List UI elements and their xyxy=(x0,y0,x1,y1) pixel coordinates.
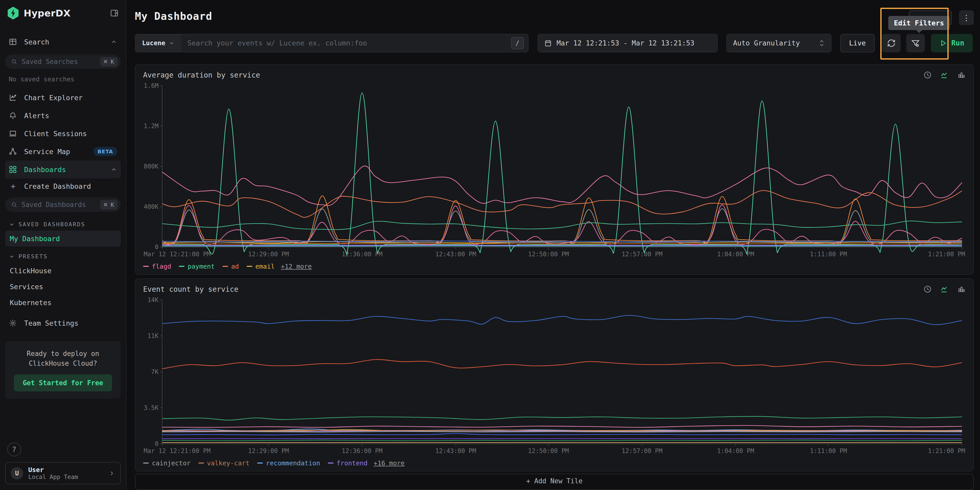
svg-text:800K: 800K xyxy=(144,163,159,170)
search-icon xyxy=(11,201,18,208)
sidebar-item-search[interactable]: Search xyxy=(5,33,121,51)
legend-more-link[interactable]: +16 more xyxy=(374,460,404,467)
legend-item[interactable]: frontend xyxy=(328,460,368,467)
event-search-bar: Lucene Search your events w/ Lucene ex. … xyxy=(135,34,528,52)
svg-text:11K: 11K xyxy=(148,332,159,339)
event-search-input[interactable]: Search your events w/ Lucene ex. column:… xyxy=(181,35,511,52)
edit-filters-tooltip: Edit Filters xyxy=(888,16,950,30)
saved-dashboards-placeholder: Saved Dashboards xyxy=(22,201,96,209)
sidebar-item-services[interactable]: Services xyxy=(5,279,121,295)
svg-text:3.5K: 3.5K xyxy=(144,404,159,411)
bar-chart-toggle-icon[interactable] xyxy=(958,285,966,293)
time-format-toggle-icon[interactable] xyxy=(923,285,932,293)
chart-card-event-count: Event count by service 14K11K7K3.5K0Mar … xyxy=(135,278,974,471)
time-format-toggle-icon[interactable] xyxy=(923,71,932,79)
svg-text:12:57:00 PM: 12:57:00 PM xyxy=(622,447,662,455)
panel-collapse-icon xyxy=(110,9,119,17)
svg-text:0: 0 xyxy=(155,243,159,251)
svg-text:1:21:00 PM: 1:21:00 PM xyxy=(928,251,966,258)
laptop-icon xyxy=(9,129,18,138)
gear-icon xyxy=(9,319,18,327)
slash-shortcut-badge: / xyxy=(511,37,524,49)
brand-name: HyperDX xyxy=(24,8,105,19)
create-dashboard-button[interactable]: + Create Dashboard xyxy=(5,179,121,194)
sidebar-item-label: Service Map xyxy=(24,147,70,155)
line-chart-toggle-icon[interactable] xyxy=(940,71,949,79)
add-new-tile-button[interactable]: + Add New Tile xyxy=(135,474,974,490)
dashboard-more-menu-button[interactable]: ⋮ xyxy=(959,10,974,25)
chart-title: Average duration by service xyxy=(143,71,260,79)
no-saved-searches-text: No saved searches xyxy=(5,71,121,89)
sidebar-item-label: Dashboards xyxy=(24,166,66,174)
live-button[interactable]: Live xyxy=(840,34,875,52)
svg-text:400K: 400K xyxy=(144,203,159,210)
chevron-down-icon xyxy=(169,40,175,46)
sidebar-item-label: Create Dashboard xyxy=(24,182,91,190)
table-icon xyxy=(9,38,18,46)
legend-item[interactable]: valkey-cart xyxy=(198,460,250,467)
sidebar-item-kubernetes[interactable]: Kubernetes xyxy=(5,295,121,311)
sidebar-collapse-button[interactable] xyxy=(110,9,119,17)
query-language-select[interactable]: Lucene xyxy=(135,35,181,52)
sidebar-item-team-settings[interactable]: Team Settings xyxy=(5,314,121,332)
calendar-icon xyxy=(544,39,552,47)
search-icon xyxy=(11,58,18,65)
legend-item[interactable]: email xyxy=(247,263,275,270)
section-saved-dashboards[interactable]: SAVED DASHBOARDS xyxy=(5,214,121,231)
legend-swatch xyxy=(143,463,149,463)
bar-chart-toggle-icon[interactable] xyxy=(958,71,966,79)
sidebar-item-client-sessions[interactable]: Client Sessions xyxy=(5,125,121,143)
svg-text:Mar 12 12:21:00 PM: Mar 12 12:21:00 PM xyxy=(144,251,210,258)
legend-item[interactable]: recommendation xyxy=(257,460,320,467)
select-chevrons-icon xyxy=(819,39,825,47)
svg-text:12:50:00 PM: 12:50:00 PM xyxy=(528,251,569,258)
saved-searches-placeholder: Saved Searches xyxy=(22,58,96,65)
sidebar-item-clickhouse[interactable]: ClickHouse xyxy=(5,263,121,279)
chart-legend: flagdpaymentademail+12 more xyxy=(143,258,966,274)
help-button[interactable]: ? xyxy=(7,442,21,456)
sidebar-item-service-map[interactable]: Service Map BETA xyxy=(5,143,121,160)
saved-searches-input[interactable]: Saved Searches ⌘ K xyxy=(5,54,121,69)
get-started-button[interactable]: Get Started for Free xyxy=(14,374,112,392)
svg-text:1:04:00 PM: 1:04:00 PM xyxy=(717,251,754,258)
legend-item[interactable]: ad xyxy=(223,263,239,270)
svg-text:12:36:00 PM: 12:36:00 PM xyxy=(342,447,383,455)
legend-item[interactable]: flagd xyxy=(143,263,171,270)
legend-swatch xyxy=(198,463,204,463)
user-menu[interactable]: U User Local App Team xyxy=(5,462,121,484)
legend-more-link[interactable]: +12 more xyxy=(281,263,312,270)
line-chart-toggle-icon[interactable] xyxy=(940,285,949,293)
chart-title: Event count by service xyxy=(143,285,239,293)
section-presets[interactable]: PRESETS xyxy=(5,247,121,263)
legend-swatch xyxy=(179,266,185,267)
svg-text:12:43:00 PM: 12:43:00 PM xyxy=(435,447,476,455)
legend-swatch xyxy=(143,266,149,267)
line-chart-event-count[interactable]: 14K11K7K3.5K0Mar 12 12:21:00 PM12:29:00 … xyxy=(143,296,966,455)
saved-dashboards-input[interactable]: Saved Dashboards ⌘ K xyxy=(5,198,121,212)
shortcut-badge: ⌘ K xyxy=(100,200,118,209)
beta-badge: BETA xyxy=(94,147,117,156)
line-chart-average-duration[interactable]: 1.6M1.2M800K400K0Mar 12 12:21:00 PM12:29… xyxy=(143,82,966,258)
legend-item[interactable]: cainjector xyxy=(143,460,191,467)
run-button[interactable]: Run xyxy=(931,34,973,52)
svg-text:12:36:00 PM: 12:36:00 PM xyxy=(342,251,383,258)
svg-text:Mar 12 12:21:00 PM: Mar 12 12:21:00 PM xyxy=(144,447,210,455)
hyperdx-logo-icon xyxy=(7,7,19,19)
sidebar-item-label: Client Sessions xyxy=(24,130,87,138)
sidebar-item-chart-explorer[interactable]: Chart Explorer xyxy=(5,89,121,106)
legend-swatch xyxy=(257,463,263,463)
user-name: User xyxy=(28,466,103,474)
edit-filters-button[interactable] xyxy=(906,34,925,52)
time-range-input[interactable]: Mar 12 12:21:53 - Mar 12 13:21:53 xyxy=(538,34,718,52)
granularity-select[interactable]: Auto Granularity xyxy=(726,34,832,52)
sidebar-item-my-dashboard[interactable]: My Dashboard xyxy=(5,231,121,247)
sidebar-item-label: Search xyxy=(24,38,49,46)
clickhouse-cloud-promo: Ready to deploy on ClickHouse Cloud? Get… xyxy=(5,341,121,398)
sidebar-item-dashboards[interactable]: Dashboards xyxy=(5,160,121,179)
refresh-button[interactable] xyxy=(882,34,900,52)
sidebar-item-alerts[interactable]: Alerts xyxy=(5,106,121,125)
chevron-down-icon xyxy=(9,254,15,260)
chart-legend: cainjectorvalkey-cartrecommendationfront… xyxy=(143,455,966,471)
legend-item[interactable]: payment xyxy=(179,263,215,270)
chevron-right-icon xyxy=(108,470,115,477)
